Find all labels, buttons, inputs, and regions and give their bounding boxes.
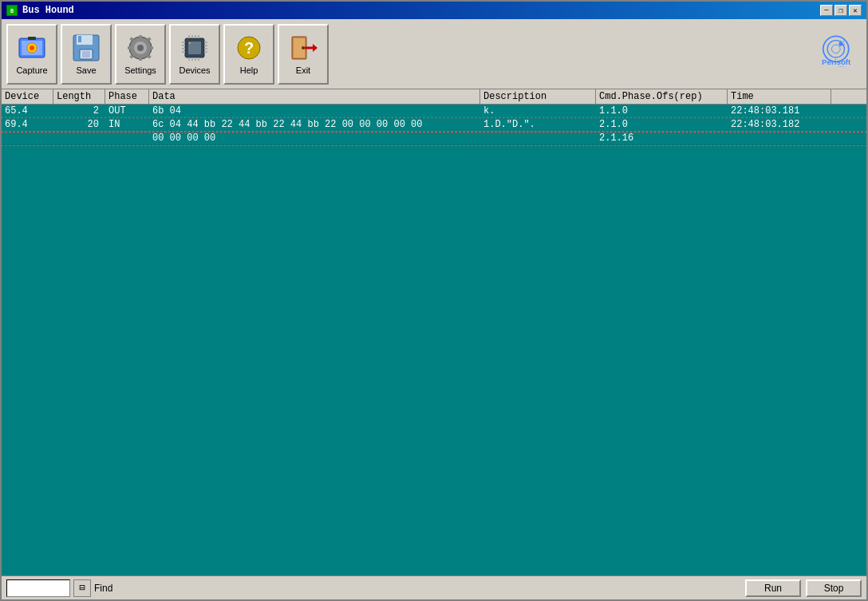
toolbar: Capture Save <box>2 19 866 89</box>
exit-button[interactable]: Exit <box>278 24 329 85</box>
find-input-box[interactable] <box>6 579 70 597</box>
svg-rect-6 <box>28 37 36 40</box>
svg-rect-26 <box>182 45 185 46</box>
cell-device <box>2 132 53 144</box>
svg-point-46 <box>302 46 305 49</box>
exit-icon <box>289 34 318 62</box>
statusbar-left: ⊟ Find <box>6 579 112 597</box>
svg-text:Perisoft: Perisoft <box>822 57 851 65</box>
capture-label: Capture <box>16 65 47 75</box>
cell-length <box>53 132 105 144</box>
statusbar-right: Run Stop <box>745 579 862 597</box>
cell-phase: OUT <box>105 105 149 117</box>
cell-data: 6b 04 <box>149 105 480 117</box>
svg-line-55 <box>843 41 844 42</box>
svg-rect-28 <box>182 51 185 53</box>
cell-description: k. <box>480 105 596 117</box>
cell-phase <box>105 132 149 144</box>
table-header: Device Length Phase Data Description Cmd… <box>2 89 866 105</box>
exit-label: Exit <box>296 65 310 75</box>
cell-data: 00 00 00 00 <box>149 132 480 144</box>
table-body: 65.4 2 OUT 6b 04 k. 1.1.0 22:48:03.181 6… <box>2 105 866 575</box>
save-label: Save <box>76 65 96 75</box>
restore-button[interactable]: ❐ <box>834 5 847 16</box>
title-buttons: — ❐ ✕ <box>820 5 862 16</box>
cell-cmd: 1.1.0 <box>596 105 728 117</box>
cell-time: 22:48:03.181 <box>728 105 831 117</box>
header-data: Data <box>149 89 480 104</box>
devices-icon <box>180 34 209 62</box>
close-button[interactable]: ✕ <box>849 5 862 16</box>
stop-button[interactable]: Stop <box>806 579 862 597</box>
svg-rect-38 <box>191 57 193 61</box>
settings-button[interactable]: Settings <box>115 24 166 85</box>
svg-rect-33 <box>188 35 190 38</box>
svg-rect-31 <box>204 48 207 49</box>
svg-rect-37 <box>188 57 190 61</box>
svg-text:B: B <box>10 8 14 14</box>
save-button[interactable]: Save <box>61 24 112 85</box>
svg-rect-35 <box>195 35 196 38</box>
find-binoculars-icon: ⊟ <box>79 582 85 594</box>
find-icon-button[interactable]: ⊟ <box>73 579 91 597</box>
table-row[interactable]: 69.4 20 IN 6c 04 44 bb 22 44 bb 22 44 bb… <box>2 118 866 132</box>
statusbar: ⊟ Find Run Stop <box>2 575 866 599</box>
content-area: Device Length Phase Data Description Cmd… <box>2 89 866 575</box>
cell-phase: IN <box>105 118 149 131</box>
svg-point-52 <box>838 42 842 45</box>
svg-rect-29 <box>204 42 207 43</box>
svg-rect-30 <box>204 45 207 46</box>
devices-label: Devices <box>179 65 210 75</box>
cell-length: 20 <box>53 118 105 131</box>
minimize-button[interactable]: — <box>820 5 833 16</box>
find-input[interactable] <box>7 583 69 594</box>
main-window: B Bus Hound — ❐ ✕ Capture <box>0 0 868 601</box>
help-icon: ? <box>235 34 263 62</box>
svg-point-14 <box>137 45 144 51</box>
settings-label: Settings <box>124 65 156 75</box>
cell-device: 69.4 <box>2 118 53 131</box>
svg-rect-32 <box>204 51 207 53</box>
svg-rect-16 <box>139 56 142 61</box>
title-bar-left: B Bus Hound <box>6 5 74 16</box>
capture-icon <box>18 34 46 62</box>
cell-time <box>728 132 831 144</box>
header-description: Description <box>480 89 596 104</box>
capture-button[interactable]: Capture <box>6 24 57 85</box>
svg-rect-18 <box>148 46 153 49</box>
header-cmd: Cmd.Phase.Ofs(rep) <box>596 89 728 104</box>
svg-rect-27 <box>182 48 185 49</box>
svg-rect-36 <box>198 35 199 38</box>
svg-point-41 <box>189 42 191 44</box>
help-label: Help <box>240 65 258 75</box>
svg-text:?: ? <box>244 39 254 57</box>
svg-point-51 <box>831 45 840 53</box>
table-row[interactable]: 00 00 00 00 2.1.16 <box>2 132 866 145</box>
cell-cmd: 2.1.0 <box>596 118 728 131</box>
svg-rect-34 <box>191 35 193 38</box>
window-title: Bus Hound <box>22 5 74 16</box>
cell-description <box>480 132 596 144</box>
svg-rect-11 <box>78 36 81 42</box>
header-device: Device <box>2 89 53 104</box>
cell-length: 2 <box>53 105 105 117</box>
perisoft-logo: Perisoft ···· <box>790 34 862 74</box>
header-time: Time <box>728 89 831 104</box>
header-phase: Phase <box>105 89 149 104</box>
svg-text:····: ···· <box>838 64 844 70</box>
cell-time: 22:48:03.182 <box>728 118 831 131</box>
help-button[interactable]: ? Help <box>223 24 274 85</box>
cell-cmd: 2.1.16 <box>596 132 728 144</box>
cell-data: 6c 04 44 bb 22 44 bb 22 44 bb 22 00 00 0… <box>149 118 480 131</box>
table-row[interactable]: 65.4 2 OUT 6b 04 k. 1.1.0 22:48:03.181 <box>2 105 866 118</box>
run-button[interactable]: Run <box>745 579 801 597</box>
cell-device: 65.4 <box>2 105 53 117</box>
svg-marker-48 <box>313 44 318 52</box>
svg-rect-25 <box>182 42 185 43</box>
save-icon <box>72 34 101 62</box>
devices-button[interactable]: Devices <box>169 24 220 85</box>
header-length: Length <box>53 89 105 104</box>
svg-rect-17 <box>128 46 132 49</box>
svg-rect-40 <box>198 57 199 61</box>
svg-rect-39 <box>195 57 196 61</box>
